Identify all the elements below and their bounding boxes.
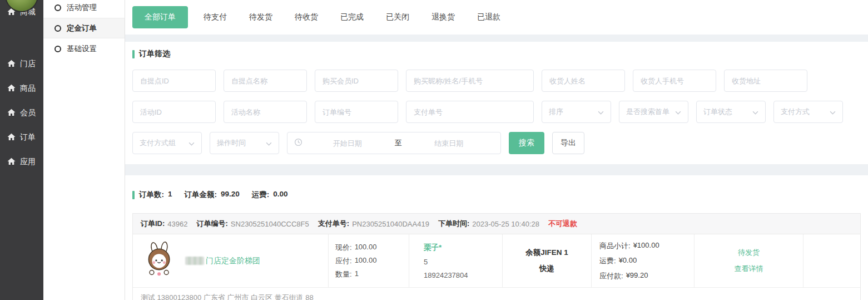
secondary-sidebar: 活动管理 定金订单 基础设置 <box>43 0 125 300</box>
sidebar-item-label: 订单 <box>20 132 36 142</box>
order-sn-input[interactable] <box>315 101 398 123</box>
tab-pending-payment[interactable]: 待支付 <box>192 12 238 22</box>
order-sn: 订单编号: SN2305251040CCC8F5 <box>197 219 309 229</box>
totals-cell: 商品小计:¥100.00 运费:¥0.00 应付款:¥99.20 <box>592 234 695 287</box>
product-avatar[interactable] <box>143 242 176 281</box>
order-status-select[interactable]: 订单状态 <box>696 101 766 123</box>
tab-pending-shipment[interactable]: 待发货 <box>238 12 284 22</box>
sidebar-item-apps[interactable]: 应用 <box>0 150 43 174</box>
chevron-down-icon <box>675 107 681 117</box>
pickup-id-input[interactable] <box>132 70 216 92</box>
freight: 运费:¥0.00 <box>599 256 694 266</box>
sidebar-item-label: 商品 <box>20 83 36 94</box>
order-summary-bar: 订单数: 1 订单金额: 99.20 运费: 0.00 <box>132 190 861 200</box>
buyer-nickname-input[interactable] <box>406 70 534 92</box>
filter-section-title: 订单筛选 <box>132 48 861 60</box>
first-order-select[interactable]: 是否搜索首单 <box>619 101 688 123</box>
home-icon <box>7 60 16 69</box>
order-filter-panel: 订单筛选 排序 是否搜索首 <box>125 42 868 164</box>
submenu-item-deposit-orders[interactable]: 定金订单 <box>43 18 125 38</box>
sidebar-item-label: 门店 <box>20 59 36 69</box>
activity-name-input[interactable] <box>224 101 307 123</box>
buyer-member-id-input[interactable] <box>315 70 398 92</box>
receiver-name-input[interactable] <box>542 70 625 92</box>
end-date-input[interactable] <box>404 139 494 148</box>
order-id: 订单ID: 43962 <box>141 219 188 229</box>
censored-text-block <box>185 257 204 265</box>
buyer-nickname-link[interactable]: 栗子* <box>424 243 502 253</box>
activity-id-input[interactable] <box>132 101 216 123</box>
submenu-item-activity-manage[interactable]: 活动管理 <box>43 0 125 18</box>
sidebar-item-orders[interactable]: 订单 <box>0 125 43 150</box>
home-icon <box>7 133 16 142</box>
chevron-down-icon <box>752 107 758 117</box>
actions-cell: 待发货 查看详情 <box>695 234 803 287</box>
export-button[interactable]: 导出 <box>552 132 584 154</box>
tab-pending-receipt[interactable]: 待收货 <box>284 12 329 22</box>
tab-returns[interactable]: 退换货 <box>420 12 466 22</box>
circle-icon <box>54 46 61 52</box>
subtotal: 商品小计:¥100.00 <box>599 241 694 251</box>
view-detail-link[interactable]: 查看详情 <box>735 264 763 274</box>
primary-sidebar: 商城 门店 商品 会员 订单 应用 <box>0 0 43 300</box>
sidebar-item-members[interactable]: 会员 <box>0 101 43 125</box>
payment-group-select[interactable]: 支付方式组 <box>132 132 202 154</box>
sort-select[interactable]: 排序 <box>542 101 611 123</box>
summary-order-amount: 订单金额: 99.20 <box>185 190 240 200</box>
submenu-item-label: 活动管理 <box>67 3 97 13</box>
chevron-down-icon <box>598 107 604 117</box>
search-button[interactable]: 搜索 <box>509 132 544 154</box>
order-status-text: 待发货 <box>738 248 760 258</box>
pickup-name-input[interactable] <box>224 70 307 92</box>
tab-closed[interactable]: 已关闭 <box>375 12 420 22</box>
tab-all-orders[interactable]: 全部订单 <box>132 6 188 28</box>
chevron-down-icon <box>189 138 195 148</box>
empty-cell <box>803 234 860 287</box>
order-card-header: 订单ID: 43962 订单编号: SN2305251040CCC8F5 支付单… <box>133 214 860 234</box>
sidebar-spacer <box>0 24 43 52</box>
payment-method-select[interactable]: 支付方式 <box>773 101 843 123</box>
payment-cell: 余额JIFEN 1 快递 <box>503 234 592 287</box>
chevron-down-icon <box>830 107 836 117</box>
sidebar-item-store[interactable]: 门店 <box>0 52 43 76</box>
current-price: 现价:100.00 <box>335 243 409 253</box>
home-icon <box>7 158 16 167</box>
price-cell: 现价:100.00 应付:100.00 数量:1 <box>329 234 409 287</box>
receiver-phone-input[interactable] <box>633 70 716 92</box>
sidebar-item-label: 应用 <box>20 157 36 167</box>
amount-payable: 应付款:¥99.20 <box>599 271 694 281</box>
buyer-member-id: 5 <box>424 258 502 266</box>
main-area: 全部订单 待支付 待发货 待收货 已完成 已关闭 退换货 已退款 订单筛选 <box>125 0 868 300</box>
order-row: 门店定金阶梯团 现价:100.00 应付:100.00 数量:1 <box>133 234 860 287</box>
buyer-cell: 栗子* 5 18924237804 <box>409 234 503 287</box>
home-icon <box>7 84 16 94</box>
summary-order-count: 订单数: 1 <box>139 190 172 200</box>
product-name-link[interactable]: 门店定金阶梯团 <box>185 256 260 266</box>
circle-icon <box>54 25 61 32</box>
summary-freight: 运费: 0.00 <box>252 190 288 200</box>
sidebar-item-label: 会员 <box>20 108 36 118</box>
order-results-panel: 订单数: 1 订单金额: 99.20 运费: 0.00 订单ID: 43962 <box>125 175 868 300</box>
buyer-phone: 18924237804 <box>424 271 502 279</box>
receiver-address-row: 测试 13800123800 广东省 广州市 白云区 黄石街道 88 <box>133 287 860 300</box>
non-refundable-badge: 不可退款 <box>548 219 577 229</box>
date-range-picker[interactable]: 至 <box>287 132 501 154</box>
payment-sn: 支付单号: PN2305251040DAA419 <box>318 219 429 229</box>
quantity: 数量:1 <box>335 269 409 279</box>
green-bar-icon <box>132 191 135 199</box>
receiver-address-input[interactable] <box>724 70 807 92</box>
date-range-separator: 至 <box>393 138 404 148</box>
submenu-item-basic-settings[interactable]: 基础设置 <box>43 38 125 59</box>
tab-completed[interactable]: 已完成 <box>329 12 375 22</box>
payable-price: 应付:100.00 <box>335 256 409 266</box>
filter-row-3: 支付方式组 操作时间 至 搜索 导出 <box>132 132 861 154</box>
sidebar-item-goods[interactable]: 商品 <box>0 76 43 101</box>
operate-time-select[interactable]: 操作时间 <box>210 132 279 154</box>
home-icon <box>7 109 16 118</box>
order-card: 订单ID: 43962 订单编号: SN2305251040CCC8F5 支付单… <box>132 213 861 300</box>
start-date-input[interactable] <box>302 139 393 148</box>
payment-sn-input[interactable] <box>406 101 534 123</box>
delivery-type: 快递 <box>539 264 554 274</box>
submenu-item-label: 定金订单 <box>67 23 97 33</box>
tab-refunded[interactable]: 已退款 <box>466 12 512 22</box>
